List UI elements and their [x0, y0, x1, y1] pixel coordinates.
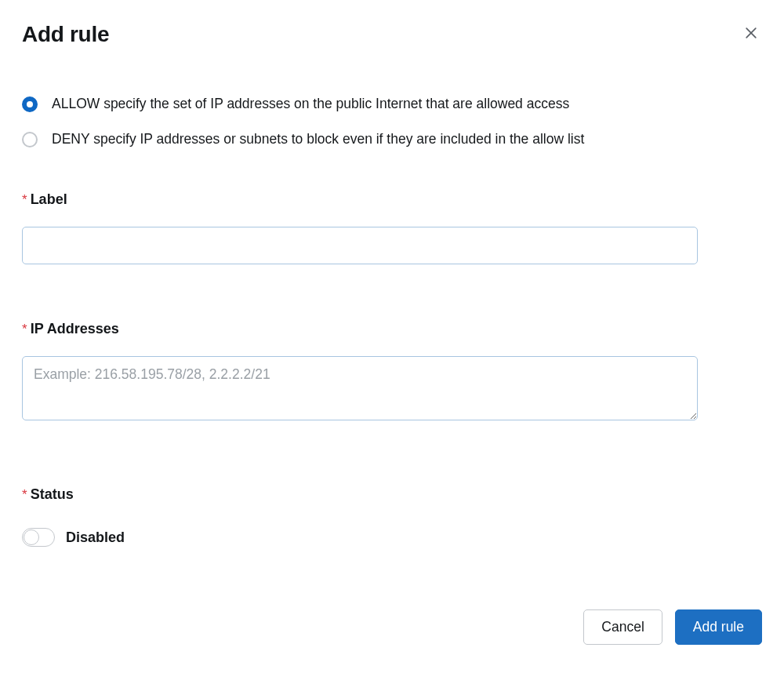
radio-label-allow: ALLOW specify the set of IP addresses on…	[52, 96, 569, 112]
add-rule-button[interactable]: Add rule	[675, 609, 762, 645]
radio-option-deny[interactable]: DENY specify IP addresses or subnets to …	[22, 131, 762, 147]
label-field-title: Label	[31, 191, 67, 208]
cancel-button[interactable]: Cancel	[583, 609, 662, 645]
dialog-header: Add rule	[22, 22, 762, 47]
status-field-block: * Status Disabled	[22, 486, 762, 547]
radio-icon	[22, 96, 38, 112]
required-marker: *	[22, 322, 27, 336]
radio-option-allow[interactable]: ALLOW specify the set of IP addresses on…	[22, 96, 762, 112]
close-button[interactable]	[740, 22, 762, 46]
status-toggle-label: Disabled	[66, 529, 125, 546]
rule-type-radio-group: ALLOW specify the set of IP addresses on…	[22, 96, 762, 147]
label-input[interactable]	[22, 227, 698, 264]
toggle-knob-icon	[24, 529, 39, 545]
status-field-title: Status	[31, 486, 74, 503]
label-field-header: * Label	[22, 191, 762, 208]
ip-field-block: * IP Addresses	[22, 321, 762, 424]
status-toggle-row: Disabled	[22, 528, 762, 547]
label-field-block: * Label	[22, 191, 762, 264]
required-marker: *	[22, 488, 27, 501]
dialog-title: Add rule	[22, 22, 109, 47]
ip-field-header: * IP Addresses	[22, 321, 762, 337]
close-icon	[743, 25, 759, 43]
radio-label-deny: DENY specify IP addresses or subnets to …	[52, 131, 584, 147]
radio-icon	[22, 132, 38, 147]
status-field-header: * Status	[22, 486, 762, 503]
ip-addresses-input[interactable]	[22, 356, 698, 420]
ip-field-title: IP Addresses	[31, 321, 119, 337]
required-marker: *	[22, 193, 27, 206]
dialog-footer-actions: Cancel Add rule	[22, 609, 762, 645]
status-toggle[interactable]	[22, 528, 55, 547]
